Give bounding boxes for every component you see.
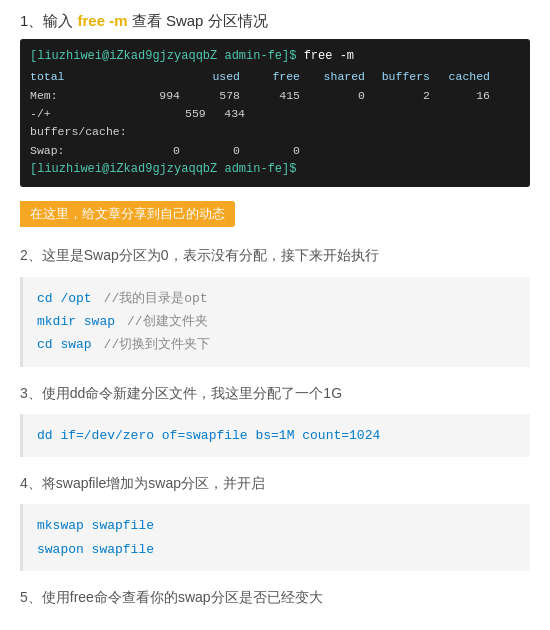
section4-code: mkswap swapfile swapon swapfile bbox=[20, 504, 530, 571]
mem-cached: 16 bbox=[430, 87, 490, 105]
swap-used: 0 bbox=[180, 142, 240, 160]
section4: 4、将swapfile增加为swap分区，并开启 mkswap swapfile… bbox=[20, 471, 530, 571]
bufcache-free: 434 bbox=[185, 105, 245, 142]
section2-code: cd /opt //我的目录是opt mkdir swap //创建文件夹 cd… bbox=[20, 277, 530, 367]
header-shared: shared bbox=[300, 68, 365, 86]
section2-title: 2、这里是Swap分区为0，表示没有分配，接下来开始执行 bbox=[20, 243, 530, 268]
section2: 2、这里是Swap分区为0，表示没有分配，接下来开始执行 cd /opt //我… bbox=[20, 243, 530, 366]
code-line-dd: dd if=/dev/zero of=swapfile bs=1M count=… bbox=[37, 424, 516, 447]
cmd-cd-opt: cd /opt bbox=[37, 287, 92, 310]
bufcache-used: 559 bbox=[115, 105, 185, 142]
terminal-header-row: total used free shared buffers cached bbox=[30, 68, 520, 86]
section5-title: 5、使用free命令查看你的swap分区是否已经变大 bbox=[20, 585, 530, 610]
cmd-mkswap: mkswap swapfile bbox=[37, 514, 154, 537]
header-free: free bbox=[240, 68, 300, 86]
code-line-1: cd /opt //我的目录是opt bbox=[37, 287, 516, 310]
code-line-swapon: swapon swapfile bbox=[37, 538, 516, 561]
terminal-prompt-line: [liuzhiwei@iZkad9gjzyaqqbZ admin-fe]$ fr… bbox=[30, 47, 520, 66]
title-suffix: 查看 Swap 分区情况 bbox=[128, 12, 268, 29]
title-prefix: 1、输入 bbox=[20, 12, 78, 29]
cmd-mkdir-swap: mkdir swap bbox=[37, 310, 115, 333]
section3: 3、使用dd命令新建分区文件，我这里分配了一个1G dd if=/dev/zer… bbox=[20, 381, 530, 458]
terminal-end-prompt: [liuzhiwei@iZkad9gjzyaqqbZ admin-fe]$ bbox=[30, 160, 520, 179]
section5: 5、使用free命令查看你的swap分区是否已经变大 bbox=[20, 585, 530, 610]
code-line-mkswap: mkswap swapfile bbox=[37, 514, 516, 537]
section1-title: 1、输入 free -m 查看 Swap 分区情况 bbox=[20, 12, 530, 31]
banner-container: 在这里，给文章分享到自己的动态 bbox=[20, 201, 530, 231]
cmd-dd: dd if=/dev/zero of=swapfile bs=1M count=… bbox=[37, 424, 380, 447]
comment-mkdir-swap: //创建文件夹 bbox=[127, 310, 208, 333]
mem-total: 994 bbox=[115, 87, 180, 105]
code-line-3: cd swap //切换到文件夹下 bbox=[37, 333, 516, 356]
terminal-cmd: free -m bbox=[304, 49, 354, 63]
section3-title: 3、使用dd命令新建分区文件，我这里分配了一个1G bbox=[20, 381, 530, 406]
header-total: total bbox=[30, 68, 180, 86]
mem-used: 578 bbox=[180, 87, 240, 105]
swap-total: 0 bbox=[115, 142, 180, 160]
cmd-swapon: swapon swapfile bbox=[37, 538, 154, 561]
comment-cd-opt: //我的目录是opt bbox=[104, 287, 208, 310]
comment-cd-swap: //切换到文件夹下 bbox=[104, 333, 211, 356]
mem-label: Mem: bbox=[30, 87, 115, 105]
section4-title: 4、将swapfile增加为swap分区，并开启 bbox=[20, 471, 530, 496]
header-used: used bbox=[180, 68, 240, 86]
terminal-swap-row: Swap: 0 0 0 bbox=[30, 142, 520, 160]
section3-code: dd if=/dev/zero of=swapfile bs=1M count=… bbox=[20, 414, 530, 457]
cmd-cd-swap: cd swap bbox=[37, 333, 92, 356]
header-cached: cached bbox=[430, 68, 490, 86]
free-cmd-highlight: free -m bbox=[78, 12, 128, 29]
section1: 1、输入 free -m 查看 Swap 分区情况 [liuzhiwei@iZk… bbox=[20, 12, 530, 187]
banner-text: 在这里，给文章分享到自己的动态 bbox=[30, 206, 225, 221]
code-line-2: mkdir swap //创建文件夹 bbox=[37, 310, 516, 333]
mem-buffers: 2 bbox=[365, 87, 430, 105]
page-container: 1、输入 free -m 查看 Swap 分区情况 [liuzhiwei@iZk… bbox=[0, 0, 550, 630]
bufcache-label: -/+ buffers/cache: bbox=[30, 105, 115, 142]
terminal-mem-row: Mem: 994 578 415 0 2 16 bbox=[30, 87, 520, 105]
mem-shared: 0 bbox=[300, 87, 365, 105]
swap-free: 0 bbox=[240, 142, 300, 160]
swap-label: Swap: bbox=[30, 142, 115, 160]
header-buffers: buffers bbox=[365, 68, 430, 86]
mem-free: 415 bbox=[240, 87, 300, 105]
terminal-prompt: [liuzhiwei@iZkad9gjzyaqqbZ admin-fe]$ bbox=[30, 49, 296, 63]
terminal-block: [liuzhiwei@iZkad9gjzyaqqbZ admin-fe]$ fr… bbox=[20, 39, 530, 187]
terminal-bufcache-row: -/+ buffers/cache: 559 434 bbox=[30, 105, 520, 142]
orange-banner: 在这里，给文章分享到自己的动态 bbox=[20, 201, 235, 227]
